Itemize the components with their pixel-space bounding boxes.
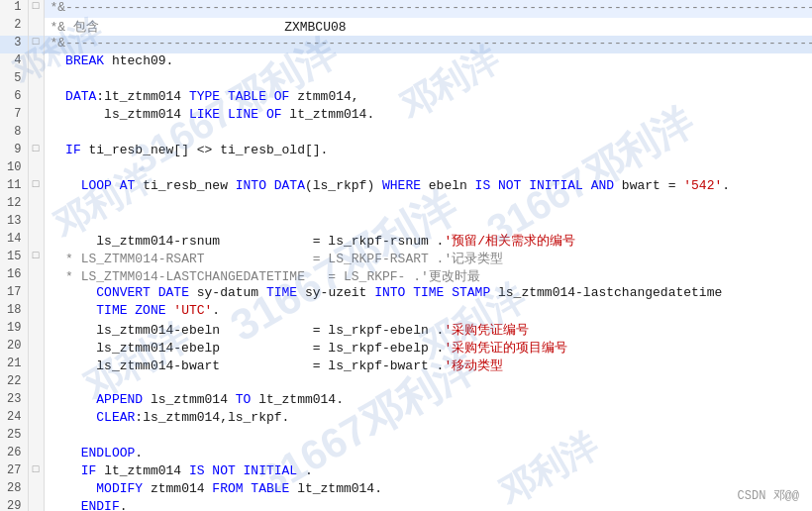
fold-indicator	[28, 53, 44, 71]
table-row: 6 DATA:lt_ztmm014 TYPE TABLE OF ztmm014,	[0, 89, 812, 107]
table-row: 8	[0, 125, 812, 143]
table-row: 22	[0, 374, 812, 392]
line-number: 24	[0, 410, 28, 428]
table-row: 16 * LS_ZTMM014-LASTCHANGEDATETIME = LS_…	[0, 267, 812, 285]
line-number: 12	[0, 196, 28, 214]
fold-indicator[interactable]: □	[28, 143, 44, 160]
code-line: BREAK htech09.	[44, 53, 812, 71]
code-line	[44, 214, 812, 232]
code-line: CONVERT DATE sy-datum TIME sy-uzeit INTO…	[44, 285, 812, 303]
fold-indicator[interactable]: □	[28, 250, 44, 267]
line-number: 11	[0, 178, 28, 196]
table-row: 20 ls_ztmm014-ebelp = ls_rkpf-ebelp .'采购…	[0, 339, 812, 357]
line-number: 29	[0, 499, 28, 511]
code-line: ls_ztmm014 LIKE LINE OF lt_ztmm014.	[44, 107, 812, 125]
fold-indicator	[28, 499, 44, 511]
code-line: *& 包含 ZXMBCU08	[44, 18, 812, 36]
line-number: 19	[0, 321, 28, 339]
code-line	[44, 71, 812, 89]
fold-indicator	[28, 285, 44, 303]
table-row: 7 ls_ztmm014 LIKE LINE OF lt_ztmm014.	[0, 107, 812, 125]
code-table: 1□*&------------------------------------…	[0, 0, 812, 511]
code-line	[44, 125, 812, 143]
line-number: 14	[0, 232, 28, 250]
code-line: MODIFY ztmm014 FROM TABLE lt_ztmm014.	[44, 481, 812, 499]
line-number: 27	[0, 463, 28, 481]
code-line: ENDLOOP.	[44, 446, 812, 463]
fold-indicator	[28, 267, 44, 285]
line-number: 21	[0, 357, 28, 374]
fold-indicator	[28, 428, 44, 446]
table-row: 4 BREAK htech09.	[0, 53, 812, 71]
fold-indicator	[28, 107, 44, 125]
table-row: 24 CLEAR:ls_ztmm014,ls_rkpf.	[0, 410, 812, 428]
table-row: 27□ IF lt_ztmm014 IS NOT INITIAL .	[0, 463, 812, 481]
fold-indicator	[28, 481, 44, 499]
table-row: 15□ * LS_ZTMM014-RSART = LS_RKPF-RSART .…	[0, 250, 812, 267]
line-number: 9	[0, 143, 28, 160]
fold-indicator	[28, 232, 44, 250]
line-number: 18	[0, 303, 28, 321]
csdn-label: CSDN 邓@@	[735, 486, 802, 505]
fold-indicator	[28, 392, 44, 410]
table-row: 17 CONVERT DATE sy-datum TIME sy-uzeit I…	[0, 285, 812, 303]
table-row: 3□*&------------------------------------…	[0, 36, 812, 53]
line-number: 3	[0, 36, 28, 53]
line-number: 10	[0, 160, 28, 178]
fold-indicator	[28, 303, 44, 321]
line-number: 25	[0, 428, 28, 446]
fold-indicator[interactable]: □	[28, 178, 44, 196]
fold-indicator	[28, 446, 44, 463]
fold-indicator	[28, 357, 44, 374]
table-row: 18 TIME ZONE 'UTC'.	[0, 303, 812, 321]
fold-indicator	[28, 321, 44, 339]
fold-indicator[interactable]: □	[28, 0, 44, 18]
code-line: *&--------------------------------------…	[44, 36, 812, 53]
table-row: 12	[0, 196, 812, 214]
code-line	[44, 428, 812, 446]
line-number: 13	[0, 214, 28, 232]
code-line: ls_ztmm014-bwart = ls_rkpf-bwart .'移动类型	[44, 357, 812, 374]
fold-indicator	[28, 125, 44, 143]
line-number: 16	[0, 267, 28, 285]
table-row: 1□*&------------------------------------…	[0, 0, 812, 18]
table-row: 19 ls_ztmm014-ebeln = ls_rkpf-ebeln .'采购…	[0, 321, 812, 339]
line-number: 28	[0, 481, 28, 499]
line-number: 4	[0, 53, 28, 71]
line-number: 22	[0, 374, 28, 392]
code-line: ls_ztmm014-ebelp = ls_rkpf-ebelp .'采购凭证的…	[44, 339, 812, 357]
code-line	[44, 196, 812, 214]
fold-indicator	[28, 374, 44, 392]
fold-indicator	[28, 214, 44, 232]
line-number: 26	[0, 446, 28, 463]
line-number: 17	[0, 285, 28, 303]
fold-indicator	[28, 71, 44, 89]
code-line: ls_ztmm014-rsnum = ls_rkpf-rsnum .'预留/相关…	[44, 232, 812, 250]
table-row: 28 MODIFY ztmm014 FROM TABLE lt_ztmm014.	[0, 481, 812, 499]
table-row: 9□ IF ti_resb_new[] <> ti_resb_old[].	[0, 143, 812, 160]
code-line: LOOP AT ti_resb_new INTO DATA(ls_rkpf) W…	[44, 178, 812, 196]
fold-indicator	[28, 410, 44, 428]
code-line: CLEAR:ls_ztmm014,ls_rkpf.	[44, 410, 812, 428]
fold-indicator	[28, 89, 44, 107]
code-line: IF lt_ztmm014 IS NOT INITIAL .	[44, 463, 812, 481]
table-row: 26 ENDLOOP.	[0, 446, 812, 463]
code-line: TIME ZONE 'UTC'.	[44, 303, 812, 321]
code-line: APPEND ls_ztmm014 TO lt_ztmm014.	[44, 392, 812, 410]
table-row: 14 ls_ztmm014-rsnum = ls_rkpf-rsnum .'预留…	[0, 232, 812, 250]
fold-indicator	[28, 160, 44, 178]
code-line: ENDIF.	[44, 499, 812, 511]
fold-indicator[interactable]: □	[28, 463, 44, 481]
code-editor: 1□*&------------------------------------…	[0, 0, 812, 511]
table-row: 5	[0, 71, 812, 89]
table-row: 23 APPEND ls_ztmm014 TO lt_ztmm014.	[0, 392, 812, 410]
code-line: * LS_ZTMM014-LASTCHANGEDATETIME = LS_RKP…	[44, 267, 812, 285]
table-row: 21 ls_ztmm014-bwart = ls_rkpf-bwart .'移动…	[0, 357, 812, 374]
line-number: 7	[0, 107, 28, 125]
fold-indicator[interactable]: □	[28, 36, 44, 53]
fold-indicator	[28, 18, 44, 36]
table-row: 11□ LOOP AT ti_resb_new INTO DATA(ls_rkp…	[0, 178, 812, 196]
table-row: 13	[0, 214, 812, 232]
table-row: 10	[0, 160, 812, 178]
table-row: 25	[0, 428, 812, 446]
